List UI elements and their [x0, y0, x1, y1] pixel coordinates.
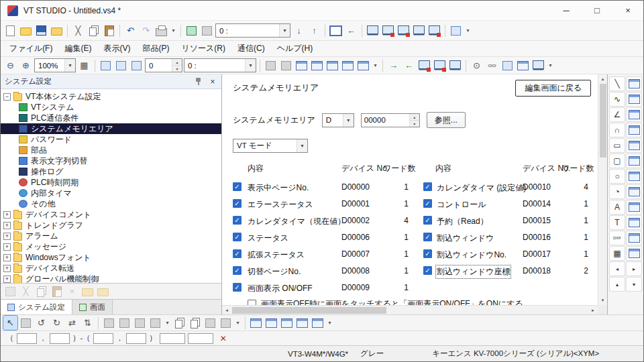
monitor-icon[interactable]: [448, 58, 462, 72]
screen-icon-1[interactable]: [294, 58, 309, 72]
clear-coordinates-button[interactable]: ✕: [220, 334, 227, 343]
scroll-up-icon[interactable]: ▲: [598, 74, 608, 84]
system-monitor-icon[interactable]: [531, 58, 545, 72]
print-drop-icon[interactable]: ▾: [170, 23, 177, 38]
row-label[interactable]: 割込ウィンドウ座標: [437, 266, 510, 278]
minimize-button[interactable]: ─: [551, 1, 582, 20]
width-input[interactable]: [160, 333, 185, 344]
part-tool-icon-4[interactable]: [626, 123, 642, 137]
row-label[interactable]: 表示中ページNo.: [248, 182, 309, 194]
tree-item[interactable]: 部品: [1, 145, 221, 156]
checkbox[interactable]: ✓: [233, 216, 241, 225]
part-tool-icon-7[interactable]: [626, 169, 642, 184]
part-tool-icon-1[interactable]: [626, 76, 642, 91]
screen-icon-5[interactable]: [356, 58, 370, 72]
tree-item[interactable]: その他: [1, 198, 221, 209]
expand-icon[interactable]: +: [3, 265, 11, 272]
window-part-icon-2[interactable]: [264, 316, 278, 330]
tree-item[interactable]: 操作ログ: [1, 166, 221, 177]
flip-horizontal-icon[interactable]: ⇄: [65, 316, 79, 330]
menu-item[interactable]: ファイル(F): [3, 41, 58, 56]
page-spin[interactable]: 0▴▾: [145, 58, 182, 72]
scrollbar-thumb[interactable]: [600, 84, 606, 158]
row-label[interactable]: 割込ウィンドウ: [437, 233, 494, 244]
checkbox[interactable]: ✓: [233, 233, 241, 241]
checkbox[interactable]: ✓: [233, 182, 241, 191]
snap-icon[interactable]: [99, 58, 113, 72]
checkbox[interactable]: ✓: [233, 199, 241, 208]
align-right-icon[interactable]: [133, 316, 147, 330]
order-drop-icon[interactable]: ▾: [234, 316, 241, 330]
checkbox[interactable]: ✓: [423, 216, 432, 225]
chevron-down-icon[interactable]: ▾: [343, 114, 354, 127]
sim-stop-icon[interactable]: ←: [402, 58, 416, 72]
palette-scroll-left-icon[interactable]: ◂: [609, 261, 625, 276]
rounded-rect-tool-icon[interactable]: ▢: [609, 154, 625, 168]
rotate-left-icon[interactable]: ↺: [34, 316, 48, 330]
chevron-down-icon[interactable]: ▾: [297, 139, 307, 152]
chevron-down-icon[interactable]: ▾: [245, 59, 256, 72]
footer-checkbox-label[interactable]: 画面表示OFF時に画面をタッチすると「画面表示ON/OFF」をONにする: [261, 298, 523, 305]
checkbox[interactable]: [248, 300, 256, 305]
screen-list-icon[interactable]: [200, 23, 214, 38]
checkbox[interactable]: ✓: [233, 283, 241, 292]
palette-scroll-right-icon[interactable]: ▸: [626, 261, 642, 276]
sim-run-icon[interactable]: →: [386, 58, 400, 72]
device-number-input[interactable]: [362, 114, 409, 127]
vt-mode-select[interactable]: VT モード ▾: [233, 139, 308, 153]
select-tool-icon[interactable]: ↖: [3, 316, 17, 330]
expand-icon[interactable]: +: [3, 254, 11, 261]
tree-item[interactable]: VTシステム: [1, 102, 221, 113]
tree-item[interactable]: 表示文字列切替: [1, 156, 221, 166]
checkbox[interactable]: ✓: [233, 249, 241, 258]
chevron-down-icon[interactable]: ▾: [64, 59, 75, 72]
height-input[interactable]: [188, 333, 213, 344]
tree-item[interactable]: +Windowsフォント: [1, 252, 221, 263]
screen-icon-2[interactable]: [310, 58, 324, 72]
screen-gray-icon-2[interactable]: [279, 58, 293, 72]
row-label[interactable]: 割込ウィンドウNo.: [437, 249, 506, 261]
grid-toggle-icon[interactable]: ▦: [77, 58, 91, 72]
row-label[interactable]: カレンダタイマ (設定値): [437, 182, 526, 194]
part-tool-icon-2[interactable]: [626, 92, 642, 107]
toolbar-options-drop-icon[interactable]: ▾: [464, 23, 472, 38]
send-back-icon[interactable]: [219, 316, 233, 330]
pie-tool-icon[interactable]: ◔: [609, 184, 625, 199]
page-number-select[interactable]: 0 :▾: [215, 23, 290, 38]
grid-setting-icon[interactable]: [114, 58, 128, 72]
paste-icon[interactable]: [102, 23, 116, 38]
undo-icon[interactable]: ↶: [123, 23, 138, 38]
collapse-icon[interactable]: −: [3, 93, 11, 101]
close-button[interactable]: ×: [612, 1, 643, 20]
menu-item[interactable]: 通信(C): [231, 41, 271, 56]
row-label[interactable]: ステータス: [248, 233, 288, 244]
window-drop-icon[interactable]: ▾: [326, 316, 333, 330]
panel-close-icon[interactable]: ×: [208, 77, 217, 86]
ethernet-icon[interactable]: [500, 58, 515, 72]
align-drop-icon[interactable]: ▾: [164, 316, 171, 330]
checkbox[interactable]: ✓: [233, 266, 241, 275]
pin-icon[interactable]: [195, 77, 202, 86]
serial-port-icon[interactable]: IOIOI: [485, 58, 499, 72]
part-tool-icon-12[interactable]: [626, 246, 642, 261]
row-label[interactable]: 拡張ステータス: [248, 249, 305, 261]
tree-item[interactable]: +デバイスコメント: [1, 209, 221, 220]
expand-icon[interactable]: +: [3, 211, 11, 219]
tree-item[interactable]: +グローバル機能制御: [1, 274, 221, 283]
expand-icon[interactable]: +: [3, 233, 11, 240]
bring-front-icon[interactable]: [203, 316, 217, 330]
verify-icon[interactable]: [412, 23, 426, 38]
part-tool-icon-11[interactable]: [626, 231, 642, 245]
expand-icon[interactable]: +: [3, 243, 11, 251]
receive-from-vt-icon[interactable]: [396, 23, 411, 38]
spin-up-icon[interactable]: ▴: [172, 59, 182, 65]
screen-drop-icon[interactable]: ▾: [372, 58, 379, 72]
transfer-monitor-icon[interactable]: [366, 23, 380, 38]
checkbox[interactable]: ✓: [423, 249, 432, 258]
part-tool-icon-9[interactable]: [626, 200, 642, 215]
project-export-icon[interactable]: [50, 23, 64, 38]
spin-up-icon[interactable]: ▴: [410, 114, 419, 120]
edit-window-icon[interactable]: [329, 23, 343, 38]
checkbox[interactable]: ✓: [423, 233, 432, 241]
tree-item[interactable]: システムメモリエリア: [1, 123, 221, 134]
